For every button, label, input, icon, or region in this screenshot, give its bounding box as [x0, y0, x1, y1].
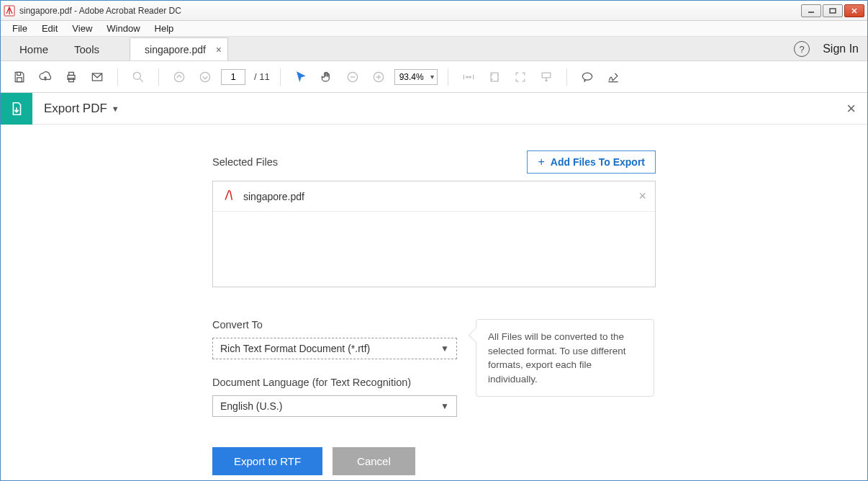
selection-tool-icon[interactable]	[291, 67, 311, 87]
remove-file-icon[interactable]: ×	[638, 189, 646, 204]
file-list-item[interactable]: singapore.pdf ×	[213, 181, 655, 212]
print-icon[interactable]	[61, 67, 81, 87]
tab-tools[interactable]: Tools	[61, 37, 112, 60]
menu-edit[interactable]: Edit	[35, 22, 65, 35]
minimize-button[interactable]	[801, 4, 821, 17]
fullscreen-icon[interactable]	[510, 67, 530, 87]
svg-rect-21	[542, 73, 551, 78]
fit-page-icon[interactable]	[484, 67, 505, 87]
export-pdf-icon	[1, 93, 32, 125]
zoom-select[interactable]: 93.4%	[394, 69, 438, 85]
page-total-label: / 11	[254, 71, 270, 82]
export-pdf-header: Export PDF ▼ ×	[1, 93, 867, 125]
email-icon[interactable]	[87, 67, 107, 87]
svg-rect-6	[17, 77, 22, 81]
page-up-icon[interactable]	[169, 67, 189, 87]
menu-window[interactable]: Window	[99, 22, 147, 35]
selected-files-list: singapore.pdf ×	[212, 181, 656, 287]
tab-document[interactable]: singapore.pdf ×	[130, 37, 228, 60]
app-icon	[4, 5, 15, 17]
format-tip-callout: All Files will be converted to the selec…	[476, 319, 654, 397]
read-mode-icon[interactable]	[536, 67, 556, 87]
zoom-in-icon[interactable]	[369, 67, 389, 87]
svg-rect-2	[830, 9, 836, 13]
svg-point-13	[174, 72, 184, 81]
search-icon[interactable]	[128, 67, 148, 87]
window-titlebar: singapore.pdf - Adobe Acrobat Reader DC	[1, 1, 867, 21]
add-files-button[interactable]: + Add Files To Export	[527, 150, 656, 174]
svg-point-14	[200, 72, 209, 81]
svg-point-11	[133, 72, 140, 79]
toolbar-separator	[117, 68, 118, 86]
menu-view[interactable]: View	[65, 22, 99, 35]
zoom-out-icon[interactable]	[343, 67, 363, 87]
fit-width-icon[interactable]	[458, 67, 479, 87]
chevron-down-icon: ▼	[440, 401, 449, 411]
menu-file[interactable]: File	[5, 22, 35, 35]
comment-icon[interactable]	[577, 67, 597, 87]
help-icon[interactable]: ?	[794, 41, 810, 57]
export-pdf-label: Export PDF	[44, 102, 107, 116]
toolbar-separator	[158, 68, 159, 86]
menu-help[interactable]: Help	[148, 22, 181, 35]
toolbar-separator	[280, 68, 281, 86]
menu-bar: File Edit View Window Help	[1, 21, 867, 37]
svg-line-12	[140, 78, 143, 81]
selected-files-label: Selected Files	[212, 156, 278, 168]
convert-to-select[interactable]: Rich Text Format Document (*.rtf) ▼	[212, 338, 457, 359]
pdf-file-icon	[222, 189, 235, 204]
export-pdf-title[interactable]: Export PDF ▼	[44, 102, 119, 116]
page-number-input[interactable]	[221, 69, 245, 85]
cloud-upload-icon[interactable]	[35, 67, 55, 87]
svg-rect-8	[69, 72, 74, 75]
toolbar-separator	[566, 68, 567, 86]
save-icon[interactable]	[9, 67, 30, 87]
page-down-icon[interactable]	[195, 67, 215, 87]
svg-rect-9	[69, 78, 74, 81]
svg-rect-5	[17, 72, 21, 75]
zoom-value: 93.4%	[399, 72, 424, 82]
export-panel-close-icon[interactable]: ×	[846, 99, 856, 118]
svg-point-22	[582, 73, 592, 80]
chevron-down-icon: ▼	[112, 104, 119, 113]
file-name: singapore.pdf	[243, 191, 304, 202]
export-button[interactable]: Export to RTF	[212, 447, 322, 475]
tab-close-icon[interactable]: ×	[216, 44, 222, 55]
hand-tool-icon[interactable]	[317, 67, 337, 87]
sign-icon[interactable]	[603, 67, 623, 87]
plus-icon: +	[538, 156, 544, 168]
sign-in-link[interactable]: Sign In	[823, 42, 859, 55]
toolbar-separator	[448, 68, 448, 86]
convert-to-value: Rich Text Format Document (*.rtf)	[220, 343, 370, 354]
tab-strip: Home Tools singapore.pdf × ? Sign In	[1, 37, 867, 61]
window-controls	[800, 4, 864, 17]
tab-home[interactable]: Home	[6, 37, 61, 60]
cancel-button[interactable]: Cancel	[333, 447, 415, 475]
document-language-select[interactable]: English (U.S.) ▼	[212, 395, 457, 417]
window-title: singapore.pdf - Adobe Acrobat Reader DC	[19, 6, 800, 16]
export-panel: Selected Files + Add Files To Export sin…	[1, 125, 867, 475]
tab-document-label: singapore.pdf	[145, 44, 206, 55]
add-files-label: Add Files To Export	[551, 156, 645, 168]
format-tip-text: All Files will be converted to the selec…	[488, 331, 626, 385]
chevron-down-icon: ▼	[440, 343, 449, 354]
main-toolbar: / 11 93.4%	[1, 61, 867, 93]
maximize-button[interactable]	[823, 4, 843, 17]
close-button[interactable]	[844, 4, 864, 17]
document-language-value: English (U.S.)	[220, 400, 282, 412]
